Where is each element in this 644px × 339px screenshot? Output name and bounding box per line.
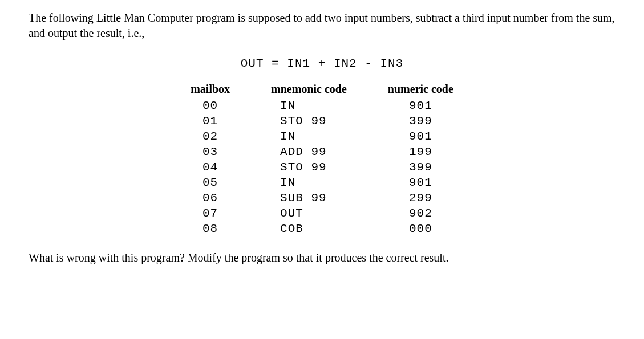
- cell-mailbox: 00: [170, 98, 250, 113]
- cell-mnemonic: SUB 99: [250, 190, 367, 206]
- cell-mailbox: 05: [170, 175, 250, 190]
- cell-numeric: 399: [367, 113, 474, 129]
- cell-mailbox: 06: [170, 190, 250, 206]
- cell-mnemonic: STO 99: [250, 113, 367, 129]
- cell-numeric: 901: [367, 175, 474, 190]
- table-row: 02 IN 901: [170, 129, 474, 144]
- cell-numeric: 902: [367, 206, 474, 221]
- cell-mnemonic: ADD 99: [250, 144, 367, 160]
- cell-mnemonic: IN: [250, 129, 367, 144]
- table-row: 03 ADD 99 199: [170, 144, 474, 160]
- cell-mailbox: 01: [170, 113, 250, 129]
- outro-paragraph: What is wrong with this program? Modify …: [29, 250, 615, 266]
- cell-numeric: 399: [367, 160, 474, 175]
- program-table-wrap: mailbox mnemonic code numeric code 00 IN…: [29, 80, 615, 236]
- header-mnemonic: mnemonic code: [250, 80, 367, 98]
- cell-mnemonic: COB: [250, 221, 367, 236]
- table-row: 05 IN 901: [170, 175, 474, 190]
- header-mailbox: mailbox: [170, 80, 250, 98]
- table-row: 08 COB 000: [170, 221, 474, 236]
- program-table: mailbox mnemonic code numeric code 00 IN…: [170, 80, 474, 236]
- cell-mailbox: 02: [170, 129, 250, 144]
- cell-mailbox: 03: [170, 144, 250, 160]
- cell-mailbox: 08: [170, 221, 250, 236]
- table-row: 06 SUB 99 299: [170, 190, 474, 206]
- table-row: 07 OUT 902: [170, 206, 474, 221]
- cell-numeric: 199: [367, 144, 474, 160]
- cell-numeric: 000: [367, 221, 474, 236]
- header-numeric: numeric code: [367, 80, 474, 98]
- formula-text: OUT = IN1 + IN2 - IN3: [29, 57, 615, 70]
- cell-numeric: 901: [367, 129, 474, 144]
- cell-mnemonic: OUT: [250, 206, 367, 221]
- cell-mnemonic: STO 99: [250, 160, 367, 175]
- table-row: 01 STO 99 399: [170, 113, 474, 129]
- table-header-row: mailbox mnemonic code numeric code: [170, 80, 474, 98]
- table-row: 04 STO 99 399: [170, 160, 474, 175]
- cell-numeric: 299: [367, 190, 474, 206]
- table-row: 00 IN 901: [170, 98, 474, 113]
- intro-paragraph: The following Little Man Computer progra…: [29, 10, 615, 41]
- cell-numeric: 901: [367, 98, 474, 113]
- cell-mnemonic: IN: [250, 175, 367, 190]
- cell-mailbox: 04: [170, 160, 250, 175]
- cell-mnemonic: IN: [250, 98, 367, 113]
- cell-mailbox: 07: [170, 206, 250, 221]
